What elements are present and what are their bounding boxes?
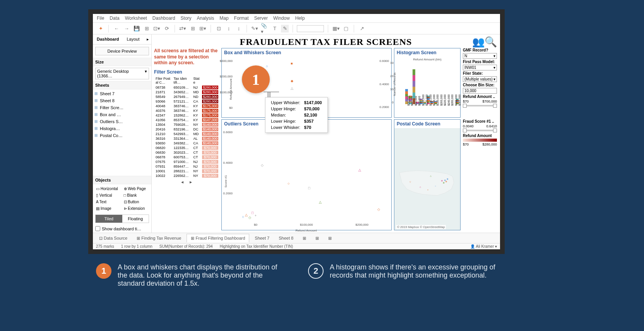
tab-fraud-dashboard[interactable]: ⊞ Fraud Filtering Dashboard [187,234,249,242]
size-dropdown[interactable]: Generic Desktop (1366…▾ [95,68,149,79]
mark-label-icon[interactable]: ✎ [281,25,289,33]
menu-worksheet[interactable]: Worksheet [125,15,147,21]
table-row[interactable]: 41056853754…KY$147,000 [155,118,218,122]
tab-sheet7[interactable]: Sheet 7 [251,234,273,242]
totals-icon[interactable]: ⊡ [215,25,223,33]
postal-code-screen[interactable]: Postal Code Screen △ ▽ ◇ [394,119,461,230]
sheet-item[interactable]: Filter Scre… [93,104,151,111]
tab-finding[interactable]: ⊞ Finding Tax Revenue [133,234,185,242]
object-webpage[interactable]: ⊕ Web Page [123,186,149,192]
swap-icon[interactable]: ⇄▾ [179,25,187,33]
object-image[interactable]: ▤ Image [95,206,122,211]
floating-button[interactable]: Floating [122,215,149,223]
page-next-icon[interactable]: ▸ [187,179,194,185]
sort-desc-icon[interactable]: ↕ [235,25,243,33]
table-row[interactable]: 13504759028…NY$140,000 [155,123,218,127]
fit-dropdown[interactable] [297,25,324,32]
score-slider[interactable] [463,130,497,131]
tableau-logo-icon[interactable]: ✦ [97,25,104,33]
object-horizontal[interactable]: ▭ Horizontal [95,186,122,192]
table-row[interactable]: 93650349382…CA$140,000 [155,141,218,145]
menu-data[interactable]: Data [110,15,119,21]
new-data-icon[interactable]: ⊞ [143,25,151,33]
table-row[interactable]: 40048383746…KY$175,000 [155,104,218,108]
table-row[interactable]: 93066572121…CA$280,000 [155,99,218,103]
sheet-item[interactable]: Sheet 7 [93,90,151,97]
show-title-checkbox[interactable] [95,226,100,231]
object-vertical[interactable]: ▯ Vertical [95,192,122,198]
pin-icon[interactable]: 📎▾ [261,25,269,33]
menu-help[interactable]: Help [295,15,305,21]
more-icon[interactable]: ▸ [144,34,151,44]
tab-sheet8[interactable]: Sheet 8 [275,234,297,242]
refresh-icon[interactable]: ⟳ [163,25,171,33]
map-canvas[interactable]: △ ▽ ◇ + ○ [394,129,460,233]
sheet-item[interactable]: Sheet 8 [93,97,151,104]
menu-story[interactable]: Story [181,15,192,21]
table-row[interactable]: 42347152862…KY$175,000 [155,113,218,117]
gmf-dropdown[interactable]: N▾ [463,53,497,59]
tab-layout[interactable]: Layout [123,34,143,44]
menu-window[interactable]: Window [273,15,290,21]
back-icon[interactable]: ← [113,25,120,33]
new-story-icon[interactable]: ⊞ [324,234,336,242]
outliers-screen[interactable]: Outliers Screen 0.6000 0.4000 0.2000 Sco… [221,119,392,230]
box-whisker-screen[interactable]: Box and Whiskers Screen $300,000 $200,00… [221,48,392,118]
new-worksheet-icon[interactable]: ⊡▾ [153,25,161,33]
sheet-item[interactable]: Box and … [93,111,151,118]
table-row[interactable]: 08738650109…NJ$280,000 [155,86,218,89]
refund-slider[interactable] [463,105,497,106]
histogram-screen[interactable]: Histogram Screen Refund Amount (bin) 30 … [394,48,461,118]
model-dropdown[interactable]: INW01▾ [463,65,497,70]
menu-map[interactable]: Map [219,15,228,21]
menu-dashboard[interactable]: Dashboard [152,15,175,21]
table-row[interactable]: 06878600753…CT$70,000 [155,155,218,159]
table-row[interactable]: 21871343652…MD$280,000 [155,90,218,94]
state-dropdown[interactable]: (Multiple values)▾ [463,76,497,82]
share-icon[interactable]: ↗ [358,25,366,33]
tiled-button[interactable]: Tiled [96,215,122,223]
save-icon[interactable]: 💾 [133,25,140,33]
table-row[interactable]: 21210542993…MD$140,000 [155,132,218,136]
menu-file[interactable]: File [97,15,104,21]
table-row[interactable]: 06820122335…CT$70,000 [155,146,218,150]
object-blank[interactable]: □ Blank [123,192,149,198]
table-row[interactable]: 10001288221…NY$70,000 [155,169,218,173]
new-dashboard-icon[interactable]: ⊞ [312,234,323,242]
tab-datasource[interactable]: ⊡ Data Source [95,234,131,242]
presentation-icon[interactable]: ▢ [342,25,350,33]
table-row[interactable]: 06830302023…CT$70,000 [155,151,218,154]
table-row[interactable]: 58549267949…ND$280,000 [155,95,218,99]
object-extension[interactable]: ⊳ Extension [123,206,149,211]
page-prev-icon[interactable]: ◂ [179,179,186,185]
highlight-icon[interactable]: ✎▾ [251,25,259,33]
group-icon[interactable]: ⊞▾ [199,25,207,33]
svg-point-3 [441,180,443,182]
forward-icon[interactable]: → [123,25,130,33]
table-row[interactable]: 07931859447…NJ$70,000 [155,165,218,168]
object-text[interactable]: A Text [95,199,122,205]
sheet-item[interactable]: Histogra… [93,125,151,132]
status-user[interactable]: 👤 Ali Kramer ▾ [470,244,497,249]
tab-dashboard[interactable]: Dashboard [93,34,123,44]
sheet-item[interactable]: Postal Co… [93,132,151,139]
table-row[interactable]: 40376383746…KY$175,000 [155,109,218,113]
sort-icon[interactable]: ↕ [225,25,233,33]
table-row[interactable]: 36316331364…AL$140,000 [155,137,218,141]
new-sheet-icon[interactable]: ⊞ [299,234,310,242]
device-preview-button[interactable]: Device Preview [95,47,149,55]
menu-analysis[interactable]: Analysis [197,15,214,21]
table-row[interactable]: 20416832196…DC$140,000 [155,127,218,131]
menu-server[interactable]: Server [254,15,268,21]
box-whisker-tooltip: Upper Whisker:$147,000Upper Hinge:$70,00… [265,97,328,133]
filter-table[interactable]: Filer Post al C… Tax Iden tifi… Stat e 0… [154,75,219,178]
bin-input[interactable] [463,88,497,94]
sheet-item[interactable]: Outliers S… [93,118,151,125]
sort-asc-icon[interactable]: ⊞ [189,25,197,33]
table-row[interactable]: 07675971000…NJ$70,000 [155,160,218,164]
table-row[interactable]: 10022226562…NY$70,000 [155,174,218,178]
object-button[interactable]: ⊡ Button [123,199,149,205]
text-icon[interactable]: T [271,25,279,33]
show-me-icon[interactable]: ▦▾ [332,25,340,33]
menu-format[interactable]: Format [234,15,249,21]
